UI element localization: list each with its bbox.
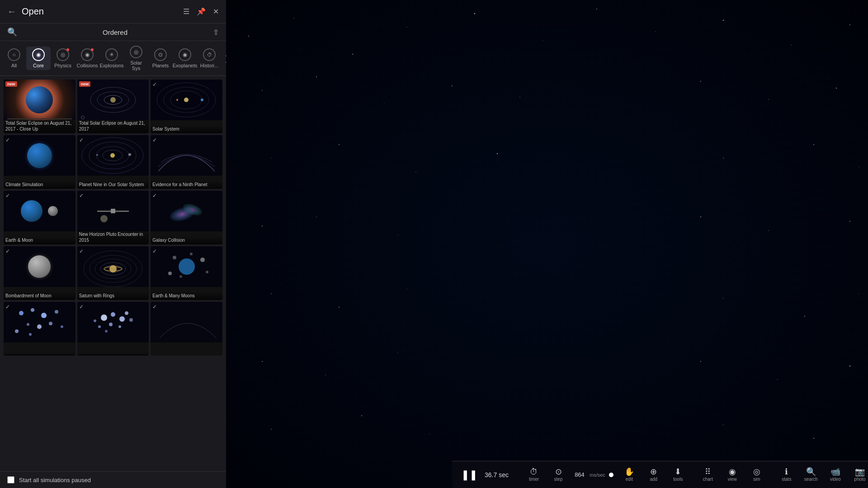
sim-card-saturn[interactable]: ✓ Saturn with Rings [77,246,149,300]
toolbar-add[interactable]: ⊕ add [642,466,665,483]
check-new-horizon: ✓ [79,192,84,199]
toolbar-video[interactable]: 📹 video [824,466,847,483]
toolbar-photo[interactable]: 📷 photo [849,466,868,483]
back-button[interactable]: ← [7,6,16,17]
toolbar-chart[interactable]: ⠿ chart [697,466,719,483]
svg-point-74 [519,97,520,98]
check-stars1: ✓ [5,304,10,310]
toolbar-search[interactable]: 🔍 search [800,466,822,483]
toolbar-view[interactable]: ◉ view [721,466,744,483]
svg-point-37 [190,253,193,255]
svg-point-54 [118,325,121,328]
sim-card-stars2[interactable]: ✓ [77,302,149,356]
tab-core[interactable]: ◉ Core [26,47,51,70]
checkbox-row: Start all simulations paused [0,471,226,488]
add-icon: ⊕ [650,468,657,476]
tabs-scroll-right[interactable]: ❯ [222,54,226,63]
sim-card-climate[interactable]: ✓ Climate Simulation [4,135,75,189]
speed-unit: ms/sec [590,472,605,478]
sim-card-bombardment[interactable]: ✓ Bombardment of Moon [4,246,75,300]
sort-ascending-button[interactable]: ⇧ [213,28,219,37]
svg-point-68 [791,45,792,46]
ordered-label: Ordered [23,28,208,36]
start-paused-checkbox[interactable] [7,476,14,483]
svg-point-82 [723,158,724,159]
tab-history[interactable]: ⏱ Histori... [197,47,222,70]
svg-point-67 [723,20,724,21]
sim-label-solar-system: Solar System [151,125,222,133]
content-area[interactable]: new Total Solar Eclipse on August 21, 20… [0,76,226,471]
svg-point-46 [61,325,63,328]
svg-point-14 [110,153,115,158]
video-label: video [830,477,841,482]
list-icon-button[interactable]: ☰ [183,7,189,16]
toolbar-sim[interactable]: ◎ sim [745,466,768,483]
svg-point-72 [384,103,384,104]
tab-exoplanets[interactable]: ◉ Exoplanets [173,47,197,70]
svg-point-105 [429,433,429,434]
check-saturn: ✓ [79,248,84,254]
sim-card-earth-moons[interactable]: ✓ Earth & Many Moons [151,246,222,300]
check-ninth-planet: ✓ [152,137,157,143]
svg-rect-19 [115,211,129,212]
svg-point-63 [474,13,475,14]
tab-solarsys[interactable]: ◎ Solar Sys [124,44,148,73]
sim-card-eclipse-closeup[interactable]: new Total Solar Eclipse on August 21, 20… [4,80,75,133]
svg-point-88 [700,216,701,217]
close-button[interactable]: ✕ [213,7,219,16]
grid-row-2: ✓ Earth & Moon ✓ New Horizon Pluto Encou… [4,191,222,244]
svg-point-93 [406,289,407,289]
svg-point-86 [316,216,317,217]
explosions-icon: ✳ [105,48,118,61]
tab-physics[interactable]: ◎ Physics [51,47,75,70]
svg-point-96 [859,293,859,294]
timer-icon: ⏱ [530,468,538,476]
svg-point-94 [723,298,724,299]
svg-rect-17 [111,209,115,213]
grid-row-4: ✓ [4,302,222,356]
tab-collisions[interactable]: ◉ Collisions [75,47,99,70]
sim-label-stars1 [4,353,75,356]
tools-label: tools [673,477,683,482]
bottom-toolbar: ❚❚ 36.7 sec ⏱ timer ⊙ step 864 ms/sec [452,461,868,488]
sim-card-galaxy-collision[interactable]: ✓ Galaxy Collision [151,191,222,244]
header-icons: ☰ 📌 ✕ [183,7,219,16]
play-pause-button[interactable]: ❚❚ [458,469,481,481]
check-stars2: ✓ [79,304,84,310]
svg-point-81 [497,153,498,154]
toolbar-tools[interactable]: ⬇ tools [667,466,689,483]
video-icon: 📹 [830,468,840,476]
sim-card-earth-moon[interactable]: ✓ Earth & Moon [4,191,75,244]
toolbar-stats[interactable]: ℹ stats [775,466,798,483]
svg-point-49 [101,314,107,321]
sim-card-solar-system[interactable]: ✓ Solar System [151,80,222,133]
toolbar-step[interactable]: ⊙ step [547,466,570,483]
svg-point-79 [339,144,340,145]
svg-point-73 [452,85,453,86]
toolbar-edit[interactable]: ✋ edit [618,466,641,483]
svg-point-99 [397,352,398,352]
pin-icon-button[interactable]: 📌 [197,7,206,16]
sim-card-eclipse-wide[interactable]: new Total Solar Eclipse on August 21, 20… [77,80,149,133]
toolbar-timer[interactable]: ⏱ timer [523,466,545,483]
sim-card-planet-nine[interactable]: ✓ Planet Nine in Our Solar System [77,135,149,189]
tab-planets[interactable]: ⊙ Planets [148,47,173,70]
sim-card-stars1[interactable]: ✓ [4,302,75,356]
sim-card-ninth-planet[interactable]: ✓ Evidence for a Ninth Planet [151,135,222,189]
svg-point-53 [98,325,101,328]
svg-point-44 [37,324,42,329]
grid-row-1: ✓ Climate Simulation [4,135,222,189]
svg-point-100 [700,361,701,362]
search-button[interactable]: 🔍 [7,27,17,37]
start-paused-label[interactable]: Start all simulations paused [19,477,91,483]
tab-all[interactable]: ○ All [2,47,26,70]
left-panel: ← Open ☰ 📌 ✕ 🔍 Ordered ⇧ ○ All ◉ Core [0,0,226,488]
svg-point-61 [352,54,353,55]
tab-explosions[interactable]: ✳ Explosions [99,47,124,70]
sim-card-item3[interactable]: ✓ [151,302,222,356]
chart-icon: ⠿ [705,468,711,476]
svg-point-40 [31,308,34,312]
sim-card-new-horizon[interactable]: ✓ New Horizon Pluto Encounter in 2015 [77,191,149,244]
panel-title: Open [22,6,44,17]
sim-label-earth-moons: Earth & Many Moons [151,291,222,300]
